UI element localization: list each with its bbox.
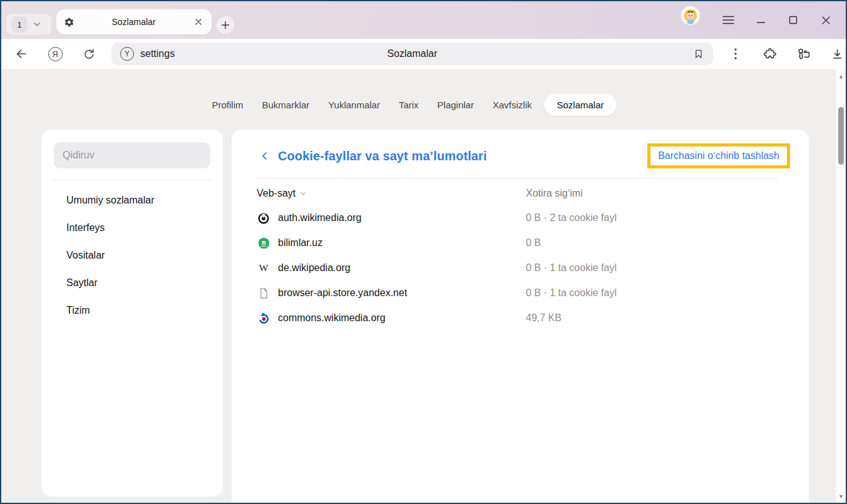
titlebar: 1 Sozlamalar — [1, 1, 846, 39]
reload-icon[interactable] — [76, 43, 101, 65]
tab-title: Sozlamalar — [74, 17, 193, 27]
svg-text:B: B — [262, 239, 266, 245]
new-tab-button[interactable] — [217, 16, 234, 34]
svg-text:W: W — [259, 262, 269, 273]
table-row[interactable]: commons.wikimedia.org 49,7 KB — [257, 306, 778, 331]
toolbar: Я Y settings Sozlamalar — [1, 39, 846, 69]
table-row[interactable]: B bilimlar.uz 0 B — [257, 230, 778, 255]
table-row[interactable]: auth.wikimedia.org 0 B · 2 ta cookie fay… — [257, 205, 778, 230]
settings-nav: ProfilimBukmarklarYuklanmalarTarixPlagin… — [1, 94, 821, 116]
action-highlight-box: Barchasini oʻchirib tashlash — [647, 143, 790, 168]
page-title-centered: Sozlamalar — [111, 48, 713, 59]
site-column-header[interactable]: Veb-sayt — [257, 188, 526, 199]
browser-window: 1 Sozlamalar — [0, 0, 847, 504]
yandex-browser-logo-icon[interactable]: Я — [43, 43, 68, 65]
wikipedia-favicon: W — [257, 261, 270, 275]
scroll-down-icon[interactable]: ▼ — [836, 491, 846, 501]
yandex-search-icon: Y — [120, 47, 134, 61]
maximize-icon[interactable] — [777, 8, 809, 33]
panel-header: Cookie-fayllar va sayt maʼlumotlari Barc… — [232, 130, 809, 168]
chevron-left-icon[interactable] — [257, 148, 273, 164]
table-header: Veb-sayt Xotira sigʻimi — [232, 179, 809, 203]
tab-xavfsizlik[interactable]: Xavfsizlik — [486, 94, 538, 116]
toolbar-right — [723, 43, 847, 65]
sort-chevron-icon — [299, 190, 307, 197]
clear-all-button[interactable]: Barchasini oʻchirib tashlash — [658, 150, 779, 162]
scrollbar-thumb[interactable] — [838, 107, 844, 165]
tab-count-badge: 1 — [11, 16, 28, 33]
table-row[interactable]: browser-api.store.yandex.net 0 B · 1 ta … — [257, 280, 778, 306]
tab-plaginlar[interactable]: Plaginlar — [431, 94, 480, 116]
scrollbar[interactable]: ▲ ▼ — [835, 69, 846, 504]
password-manager-icon[interactable] — [791, 43, 816, 65]
sidebar-item-saytlar[interactable]: Saytlar — [54, 270, 210, 296]
commons-favicon — [257, 311, 270, 325]
table-row[interactable]: W de.wikipedia.org 0 B · 1 ta cookie fay… — [257, 255, 778, 280]
size-column-header: Xotira sigʻimi — [526, 188, 778, 199]
tab-group-button[interactable]: 1 — [6, 14, 51, 35]
address-bar[interactable]: Y settings Sozlamalar — [111, 43, 713, 65]
tab-sozlamalar[interactable]: Sozlamalar — [544, 94, 616, 116]
avatar[interactable] — [681, 6, 700, 25]
more-options-icon[interactable] — [723, 43, 748, 65]
search-input[interactable] — [63, 150, 202, 161]
page-title: Cookie-fayllar va sayt maʼlumotlari — [278, 149, 487, 163]
sidebar-item-tizim[interactable]: Tizim — [54, 298, 210, 323]
tab-profilim[interactable]: Profilim — [205, 94, 249, 116]
tab-bukmarklar[interactable]: Bukmarklar — [256, 94, 316, 116]
tab-tarix[interactable]: Tarix — [393, 94, 425, 116]
cookies-panel: Cookie-fayllar va sayt maʼlumotlari Barc… — [232, 130, 809, 504]
sidebar-item-vositalar[interactable]: Vositalar — [54, 243, 210, 268]
gear-icon — [64, 17, 74, 28]
browser-tab-sozlamalar[interactable]: Sozlamalar — [56, 9, 212, 34]
scroll-up-icon[interactable]: ▲ — [836, 71, 846, 81]
sidebar-item-umumiy-sozlamalar[interactable]: Umumiy sozlamalar — [54, 188, 210, 213]
minimize-icon[interactable] — [744, 8, 777, 33]
downloads-icon[interactable] — [824, 43, 847, 65]
settings-sidebar: Umumiy sozlamalarInterfeysVositalarSaytl… — [41, 130, 223, 496]
chevron-down-icon — [33, 20, 41, 29]
settings-page: ProfilimBukmarklarYuklanmalarTarixPlagin… — [1, 69, 846, 504]
site-table-body: auth.wikimedia.org 0 B · 2 ta cookie fay… — [232, 203, 809, 331]
extensions-puzzle-icon[interactable] — [757, 43, 782, 65]
page-favicon — [257, 286, 270, 300]
bookmark-icon[interactable] — [690, 46, 707, 62]
sidebar-menu: Umumiy sozlamalarInterfeysVositalarSaytl… — [54, 188, 210, 323]
window-controls — [712, 1, 842, 39]
close-icon[interactable] — [809, 8, 842, 33]
sidebar-item-interfeys[interactable]: Interfeys — [54, 215, 210, 240]
back-icon[interactable] — [9, 43, 34, 65]
wikimedia-favicon — [257, 211, 270, 225]
tab-yuklanmalar[interactable]: Yuklanmalar — [322, 94, 386, 116]
menu-hamburger-icon[interactable] — [712, 8, 744, 33]
tab-close-icon[interactable] — [193, 16, 204, 28]
bilimlar-favicon: B — [257, 236, 270, 250]
settings-search-box[interactable] — [54, 142, 210, 168]
sidebar-divider — [54, 180, 210, 180]
address-url: settings — [140, 48, 175, 59]
site-column-label: Veb-sayt — [257, 188, 295, 199]
